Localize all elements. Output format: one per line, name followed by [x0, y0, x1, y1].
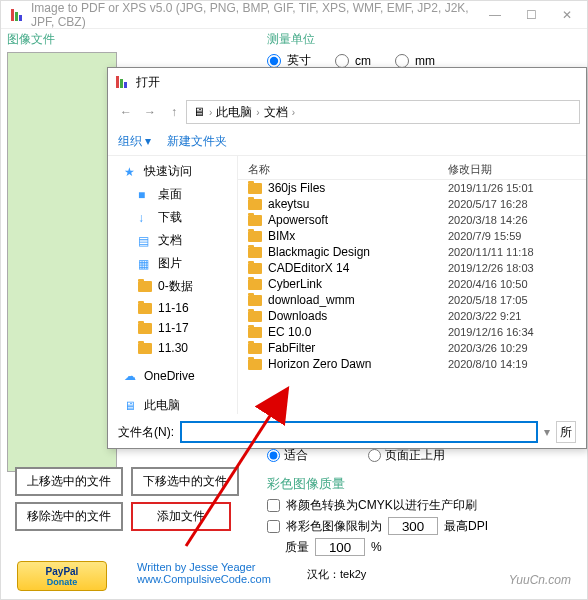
maximize-button[interactable]: ☐	[519, 8, 543, 22]
sidebar-item-folder[interactable]: 11-17	[108, 318, 237, 338]
app-icon	[9, 7, 25, 23]
sidebar-item-pictures[interactable]: ▦图片	[108, 252, 237, 275]
svg-rect-4	[120, 79, 123, 88]
file-row[interactable]: Horizon Zero Dawn2020/8/10 14:19	[238, 356, 586, 372]
sidebar: ★快速访问 ■桌面 ↓下载 ▤文档 ▦图片 0-数据 11-16 11-17 1…	[108, 156, 238, 414]
breadcrumb[interactable]: 🖥 › 此电脑 › 文档 ›	[186, 100, 580, 124]
paypal-donate-button[interactable]: PayPal Donate	[17, 561, 107, 591]
open-dialog: 打开 ← → ↑ 🖥 › 此电脑 › 文档 › 组织 ▾ 新建文件夹 ★快速访问…	[107, 67, 587, 449]
image-files-label: 图像文件	[7, 31, 117, 48]
nav-up-icon[interactable]: ↑	[162, 100, 186, 124]
bc-pc[interactable]: 此电脑	[216, 104, 252, 121]
radio-fit[interactable]: 适合	[267, 447, 308, 464]
sidebar-item-desktop[interactable]: ■桌面	[108, 183, 237, 206]
file-row[interactable]: Blackmagic Design2020/11/11 11:18	[238, 244, 586, 260]
sidebar-item-documents[interactable]: ▤文档	[108, 229, 237, 252]
move-down-button[interactable]: 下移选中的文件	[131, 467, 239, 496]
folder-icon	[248, 263, 262, 274]
sidebar-item-downloads[interactable]: ↓下载	[108, 206, 237, 229]
folder-icon	[248, 279, 262, 290]
file-row[interactable]: 360js Files2019/11/26 15:01	[238, 180, 586, 196]
sidebar-onedrive[interactable]: ☁OneDrive	[108, 366, 237, 386]
svg-rect-1	[15, 12, 18, 21]
filename-label: 文件名(N):	[118, 424, 174, 441]
file-row[interactable]: FabFilter2020/3/26 10:29	[238, 340, 586, 356]
color-quality-label: 彩色图像质量	[267, 475, 488, 493]
col-name-header[interactable]: 名称	[248, 162, 448, 177]
folder-icon	[248, 215, 262, 226]
file-list: 名称 修改日期 360js Files2019/11/26 15:01akeyt…	[238, 156, 586, 414]
folder-icon	[248, 295, 262, 306]
folder-icon	[248, 343, 262, 354]
cmyk-checkbox[interactable]	[267, 499, 280, 512]
file-row[interactable]: CADEditorX 142019/12/26 18:03	[238, 260, 586, 276]
sidebar-quick-access[interactable]: ★快速访问	[108, 160, 237, 183]
minimize-button[interactable]: —	[483, 8, 507, 22]
pc-icon: 🖥	[193, 105, 205, 119]
file-row[interactable]: Downloads2020/3/22 9:21	[238, 308, 586, 324]
file-row[interactable]: EC 10.02019/12/16 16:34	[238, 324, 586, 340]
image-list-box[interactable]	[7, 52, 117, 472]
file-row[interactable]: Apowersoft2020/3/18 14:26	[238, 212, 586, 228]
folder-icon	[248, 311, 262, 322]
sidebar-thispc[interactable]: 🖥此电脑	[108, 394, 237, 414]
file-row[interactable]: BIMx2020/7/9 15:59	[238, 228, 586, 244]
nav-back-icon[interactable]: ←	[114, 100, 138, 124]
folder-icon	[248, 231, 262, 242]
add-file-button[interactable]: 添加文件	[131, 502, 231, 531]
svg-rect-3	[116, 76, 119, 88]
bc-docs[interactable]: 文档	[264, 104, 288, 121]
radio-cm[interactable]: cm	[335, 54, 371, 68]
title-bar: Image to PDF or XPS v5.0 (JPG, PNG, BMP,…	[1, 1, 587, 29]
filetype-dropdown[interactable]: 所	[556, 421, 576, 443]
sidebar-item-folder[interactable]: 0-数据	[108, 275, 237, 298]
col-date-header[interactable]: 修改日期	[448, 162, 576, 177]
close-button[interactable]: ✕	[555, 8, 579, 22]
dpi-input[interactable]	[388, 517, 438, 535]
watermark: YuuCn.com	[509, 573, 571, 587]
dialog-app-icon	[114, 74, 130, 90]
window-title: Image to PDF or XPS v5.0 (JPG, PNG, BMP,…	[31, 1, 483, 29]
file-row[interactable]: akeytsu2020/5/17 16:28	[238, 196, 586, 212]
organize-dropdown[interactable]: 组织 ▾	[118, 133, 151, 150]
file-row[interactable]: CyberLink2020/4/16 10:50	[238, 276, 586, 292]
folder-icon	[248, 183, 262, 194]
new-folder-button[interactable]: 新建文件夹	[167, 133, 227, 150]
move-up-button[interactable]: 上移选中的文件	[15, 467, 123, 496]
radio-fit-top[interactable]: 页面正上用	[368, 447, 445, 464]
nav-fwd-icon[interactable]: →	[138, 100, 162, 124]
measure-unit-label: 测量单位	[267, 31, 435, 48]
svg-rect-0	[11, 9, 14, 21]
sidebar-item-folder[interactable]: 11.30	[108, 338, 237, 358]
quality-input[interactable]	[315, 538, 365, 556]
file-row[interactable]: download_wmm2020/5/18 17:05	[238, 292, 586, 308]
filename-input[interactable]	[180, 421, 538, 443]
folder-icon	[248, 199, 262, 210]
folder-icon	[248, 247, 262, 258]
limit-dpi-checkbox[interactable]	[267, 520, 280, 533]
folder-icon	[248, 327, 262, 338]
folder-icon	[248, 359, 262, 370]
sidebar-item-folder[interactable]: 11-16	[108, 298, 237, 318]
remove-button[interactable]: 移除选中的文件	[15, 502, 123, 531]
radio-mm[interactable]: mm	[395, 54, 435, 68]
svg-rect-5	[124, 82, 127, 88]
credits: Written by Jesse Yeager www.CompulsiveCo…	[137, 561, 271, 585]
dialog-title: 打开	[136, 74, 160, 91]
credits-cn: 汉化：tek2y	[307, 567, 366, 582]
svg-rect-2	[19, 15, 22, 21]
